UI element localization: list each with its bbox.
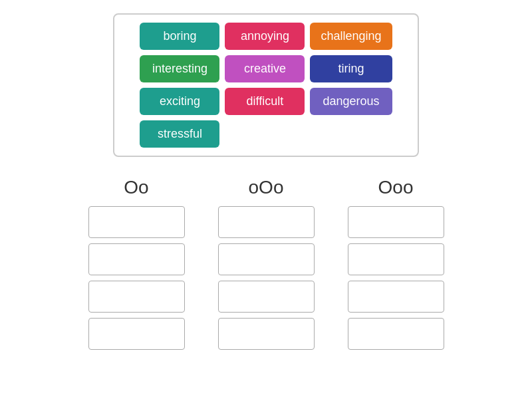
column-ooo: oOo — [218, 177, 315, 355]
drop-slot-oo-3[interactable] — [88, 318, 185, 350]
drop-slot-ooo2-0[interactable] — [348, 206, 444, 238]
column-header-ooo2: Ooo — [378, 177, 414, 198]
column-ooo2: Ooo — [348, 177, 444, 355]
drop-slot-ooo-0[interactable] — [218, 206, 315, 238]
drop-slot-ooo-1[interactable] — [218, 243, 315, 275]
column-oo: Oo — [88, 177, 185, 355]
word-chip-difficult[interactable]: difficult — [225, 88, 305, 115]
word-chip-creative[interactable]: creative — [225, 55, 305, 82]
drop-slot-oo-1[interactable] — [88, 243, 185, 275]
drop-slot-ooo2-1[interactable] — [348, 243, 444, 275]
drop-slot-ooo-2[interactable] — [218, 281, 315, 313]
word-chip-exciting[interactable]: exciting — [140, 88, 219, 115]
drop-slot-oo-0[interactable] — [88, 206, 185, 238]
word-chip-boring[interactable]: boring — [140, 23, 219, 50]
word-chip-tiring[interactable]: tiring — [310, 55, 392, 82]
drop-slot-ooo2-3[interactable] — [348, 318, 444, 350]
drop-slot-oo-2[interactable] — [88, 281, 185, 313]
word-chip-annoying[interactable]: annoying — [225, 23, 305, 50]
column-header-oo: Oo — [124, 177, 148, 198]
drop-slot-ooo2-2[interactable] — [348, 281, 444, 313]
sorting-area: OooOoOoo — [13, 177, 519, 355]
word-chip-stressful[interactable]: stressful — [140, 120, 219, 148]
word-chip-dangerous[interactable]: dangerous — [310, 88, 392, 115]
word-chip-challenging[interactable]: challenging — [310, 23, 392, 50]
drop-slot-ooo-3[interactable] — [218, 318, 315, 350]
column-header-ooo: oOo — [249, 177, 284, 198]
word-chip-interesting[interactable]: interesting — [140, 55, 219, 82]
word-bank: boringannoyingchallenginginterestingcrea… — [113, 13, 419, 157]
